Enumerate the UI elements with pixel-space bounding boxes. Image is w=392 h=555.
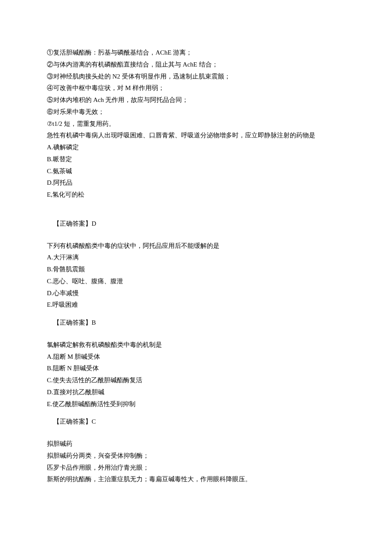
question-option: B.哌替定 <box>47 154 345 166</box>
correct-answer: 【正确答案】D <box>47 218 345 230</box>
intro-block: ①复活胆碱酯酶：肟基与磷酰基结合，AChE 游离； ②与体内游离的有机磷酸酯直接… <box>47 47 345 130</box>
notes-line: 拟胆碱药分两类，兴奋受体抑制酶； <box>47 450 345 462</box>
question-option: A.碘解磷定 <box>47 142 345 154</box>
question-option: A.阻断 M 胆碱受体 <box>47 351 345 363</box>
notes-title: 拟胆碱药 <box>47 438 345 450</box>
question-stem: 急性有机磷中毒病人出现呼吸困难、口唇青紫、呼吸道分泌物增多时，应立即静脉注射的药… <box>47 130 345 142</box>
question-2: 下列有机磷酸酯类中毒的症状中，阿托品应用后不能缓解的是 A.大汗淋漓 B.骨骼肌… <box>47 240 345 329</box>
question-option: C.恶心、呕吐、腹痛、腹泄 <box>47 276 345 288</box>
notes-line: 匹罗卡品作用眼，外用治疗青光眼； <box>47 462 345 474</box>
intro-line: ⑤对体内堆积的 Ach 无作用，故应与阿托品合同； <box>47 94 345 106</box>
intro-line: ⑦t1/2 短，需重复用药。 <box>47 118 345 130</box>
intro-line: ②与体内游离的有机磷酸酯直接结合，阻止其与 AchE 结合； <box>47 59 345 71</box>
question-1: 急性有机磷中毒病人出现呼吸困难、口唇青紫、呼吸道分泌物增多时，应立即静脉注射的药… <box>47 130 345 230</box>
correct-answer: 【正确答案】B <box>47 317 345 329</box>
question-option: A.大汗淋漓 <box>47 252 345 264</box>
question-option: E.呼吸困难 <box>47 299 345 311</box>
question-option: D.阿托品 <box>47 177 345 189</box>
question-option: D.直接对抗乙酰胆碱 <box>47 386 345 398</box>
intro-line: ④可改善中枢中毒症状，对 M 样作用弱； <box>47 82 345 94</box>
question-option: E.使乙酰胆碱酯酶活性受到抑制 <box>47 398 345 410</box>
question-option: B.阻断 N 胆碱受体 <box>47 363 345 375</box>
question-stem: 下列有机磷酸酯类中毒的症状中，阿托品应用后不能缓解的是 <box>47 240 345 252</box>
question-option: C.使失去活性的乙酰胆碱酯酶复活 <box>47 375 345 386</box>
question-option: D.心率减慢 <box>47 288 345 299</box>
question-option: B.骨骼肌震颤 <box>47 264 345 276</box>
question-3: 氯解磷定解救有机磷酸酯类中毒的机制是 A.阻断 M 胆碱受体 B.阻断 N 胆碱… <box>47 339 345 428</box>
intro-line: ①复活胆碱酯酶：肟基与磷酰基结合，AChE 游离； <box>47 47 345 59</box>
intro-line: ③对神经肌肉接头处的 N2 受体有明显作用，迅速制止肌束震颤； <box>47 71 345 83</box>
intro-line: ⑥对乐果中毒无效； <box>47 106 345 118</box>
question-option: C.氨茶碱 <box>47 166 345 177</box>
question-stem: 氯解磷定解救有机磷酸酯类中毒的机制是 <box>47 339 345 351</box>
document-page: ①复活胆碱酯酶：肟基与磷酰基结合，AChE 游离； ②与体内游离的有机磷酸酯直接… <box>0 0 392 555</box>
notes-block: 拟胆碱药 拟胆碱药分两类，兴奋受体抑制酶； 匹罗卡品作用眼，外用治疗青光眼； 新… <box>47 438 345 485</box>
notes-line: 新斯的明抗酯酶，主治重症肌无力；毒扁豆碱毒性大，作用眼科降眼压。 <box>47 474 345 485</box>
question-option: E,氢化可的松 <box>47 189 345 201</box>
correct-answer: 【正确答案】C <box>47 416 345 428</box>
